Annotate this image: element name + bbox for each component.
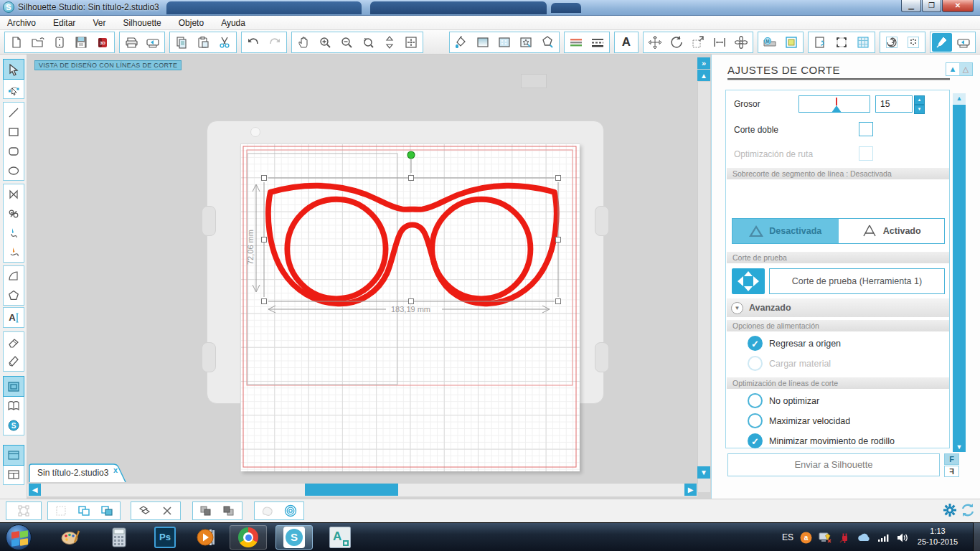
single-view-button[interactable]: [4, 446, 24, 465]
radio-checked-icon[interactable]: ✓: [748, 433, 763, 448]
send-to-silhouette-button[interactable]: Enviar a Silhouette: [727, 453, 940, 476]
mirror-normal-button[interactable]: F: [944, 453, 959, 465]
line-colors-icon[interactable]: [566, 33, 586, 52]
send-to-silhouette-icon[interactable]: [953, 33, 974, 52]
no-optimizar-option[interactable]: No optimizar: [748, 393, 819, 408]
shape-offset-icon[interactable]: [258, 501, 278, 520]
panel-scroll-up-button[interactable]: ▲: [953, 93, 966, 104]
select-same-icon[interactable]: [51, 501, 71, 520]
document-tab-close-icon[interactable]: x: [113, 466, 118, 474]
avast-tray-icon[interactable]: a: [800, 532, 812, 544]
activado-button[interactable]: Activado: [839, 219, 945, 243]
point-edit-tool[interactable]: [4, 79, 24, 98]
taskbar-silhouette-icon[interactable]: S: [275, 525, 313, 550]
rotate-icon[interactable]: [666, 33, 687, 52]
menu-ver[interactable]: Ver: [93, 18, 105, 28]
library-document-icon[interactable]: [50, 33, 70, 52]
minimize-button[interactable]: ▁: [901, 0, 921, 12]
freehand-tool[interactable]: [4, 223, 24, 242]
arc-tool[interactable]: [4, 266, 24, 286]
delete-icon[interactable]: [157, 501, 177, 520]
page-setup-icon[interactable]: [810, 33, 830, 52]
store-view-button[interactable]: S: [4, 415, 24, 435]
sync-icon[interactable]: [960, 502, 976, 521]
maximizar-velocidad-option[interactable]: Maximizar velocidad: [748, 413, 850, 428]
zoom-out-icon[interactable]: [336, 33, 357, 52]
radio-icon[interactable]: [748, 413, 763, 428]
modify-icon[interactable]: M: [760, 33, 780, 52]
offset-icon[interactable]: [281, 501, 301, 520]
rectangle-tool[interactable]: [4, 122, 24, 141]
show-desktop-button[interactable]: [973, 522, 980, 551]
taskbar-chrome-icon[interactable]: [230, 525, 267, 550]
redo-icon[interactable]: [265, 33, 285, 52]
radio-icon[interactable]: [748, 393, 763, 408]
eraser-tool[interactable]: [4, 332, 24, 352]
knife-tool[interactable]: [4, 352, 24, 371]
vertical-scroll-down-button[interactable]: ▼: [697, 466, 710, 479]
mirror-flipped-button[interactable]: F: [944, 466, 959, 477]
corte-doble-checkbox[interactable]: [859, 122, 873, 136]
curve-tool[interactable]: [4, 204, 24, 223]
taskbar-photoshop-icon[interactable]: Ps: [146, 525, 184, 550]
new-document-icon[interactable]: [6, 33, 27, 52]
menu-archivo[interactable]: Archivo: [7, 18, 36, 28]
radio-disabled-icon[interactable]: [748, 356, 763, 371]
menu-ayuda[interactable]: Ayuda: [221, 18, 245, 28]
rounded-rectangle-tool[interactable]: [4, 141, 24, 161]
panel-scroll-thumb[interactable]: ▼: [953, 105, 966, 452]
taskbar-cad-icon[interactable]: A: [321, 525, 359, 550]
document-tab[interactable]: Sin título-2.studio3 x: [29, 463, 133, 482]
zoom-in-icon[interactable]: [315, 33, 335, 52]
weld-icon[interactable]: [134, 501, 154, 520]
signal-bars-icon[interactable]: [877, 532, 890, 542]
print-icon[interactable]: [121, 33, 141, 52]
pixscan-icon[interactable]: [903, 33, 923, 52]
move-icon[interactable]: [645, 33, 665, 52]
library-view-button[interactable]: [4, 396, 24, 415]
pan-icon[interactable]: [293, 33, 314, 52]
menu-editar[interactable]: Editar: [53, 18, 75, 28]
collapse-filled-button[interactable]: ▲: [946, 63, 959, 75]
grosor-slider-thumb[interactable]: [831, 105, 842, 113]
copy-icon[interactable]: [171, 33, 192, 52]
fit-page-icon[interactable]: [401, 33, 421, 52]
replicate-icon[interactable]: [731, 33, 751, 52]
taskbar-media-player-icon[interactable]: [188, 525, 225, 550]
cut-icon[interactable]: [215, 33, 235, 52]
spinner-up-button[interactable]: ▲: [914, 95, 925, 105]
test-cut-button[interactable]: Corte de prueba (Herramienta 1): [769, 268, 945, 294]
scale-icon[interactable]: [688, 33, 708, 52]
panel-collapse-button[interactable]: »: [697, 57, 710, 69]
store-icon[interactable]: 3D: [93, 33, 113, 52]
ungroup-icon[interactable]: [97, 501, 117, 520]
ellipse-tool[interactable]: [4, 161, 24, 180]
bring-forward-icon[interactable]: [196, 501, 216, 520]
gradient-fill-icon[interactable]: [473, 33, 493, 52]
cloud-tray-icon[interactable]: [857, 532, 871, 542]
line-style-icon[interactable]: [588, 33, 608, 52]
optimizacion-ruta-checkbox[interactable]: [859, 146, 873, 161]
pattern-fill-icon[interactable]: [494, 33, 514, 52]
taskbar-paint-icon[interactable]: [52, 525, 89, 550]
fill-color-icon[interactable]: [451, 33, 471, 52]
spinner-down-button[interactable]: ▼: [914, 105, 925, 114]
radio-checked-icon[interactable]: ✓: [748, 336, 763, 351]
grosor-slider[interactable]: [798, 95, 870, 113]
settings-gear-icon[interactable]: [942, 502, 958, 521]
text-tool[interactable]: A: [4, 308, 24, 327]
group-icon[interactable]: [74, 501, 94, 520]
test-cut-position-pad[interactable]: [732, 268, 765, 294]
send-backward-icon[interactable]: [219, 501, 239, 520]
cargar-material-option[interactable]: Cargar material: [748, 356, 831, 371]
registration-marks-icon[interactable]: [831, 33, 852, 52]
taskbar-calculator-icon[interactable]: [100, 525, 138, 550]
polygon-tool[interactable]: [4, 184, 24, 204]
smooth-freehand-tool[interactable]: [4, 242, 24, 262]
taskbar-clock[interactable]: 1:13 25-10-2015: [915, 526, 960, 547]
network-status-icon[interactable]: [819, 532, 832, 544]
horizontal-scroll-right-button[interactable]: ▶: [684, 484, 697, 496]
select-tool[interactable]: [4, 60, 24, 79]
trace-icon[interactable]: [781, 33, 801, 52]
cut-settings-icon[interactable]: [932, 33, 952, 52]
